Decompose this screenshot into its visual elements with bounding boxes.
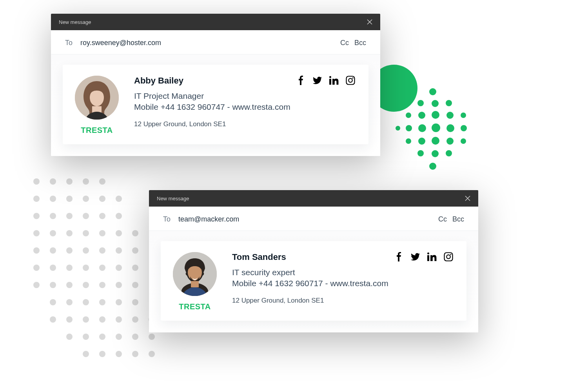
compose-window-2: New message To team@macker.com Cc Bcc bbox=[149, 190, 478, 332]
titlebar-label: New message bbox=[59, 19, 91, 25]
instagram-icon[interactable] bbox=[444, 252, 453, 261]
sig-role: IT security expert bbox=[232, 268, 453, 277]
social-icons bbox=[394, 252, 453, 261]
linkedin-icon[interactable] bbox=[427, 252, 437, 261]
bcc-button[interactable]: Bcc bbox=[452, 215, 464, 223]
to-label: To bbox=[65, 39, 73, 47]
avatar bbox=[75, 76, 119, 120]
svg-rect-8 bbox=[191, 281, 199, 287]
facebook-icon[interactable] bbox=[296, 76, 306, 85]
svg-point-11 bbox=[450, 254, 452, 255]
svg-point-4 bbox=[348, 78, 352, 82]
svg-point-10 bbox=[446, 255, 450, 259]
signature-card: TRESTA Abby Bailey IT Project Manager Mo… bbox=[63, 65, 368, 144]
cc-button[interactable]: Cc bbox=[438, 215, 447, 223]
svg-rect-3 bbox=[347, 76, 355, 85]
to-address[interactable]: roy.sweeney@hoster.com bbox=[80, 39, 335, 47]
to-address[interactable]: team@macker.com bbox=[178, 215, 433, 223]
sig-contact: Mobile +44 1632 960747 - www.tresta.com bbox=[134, 102, 355, 112]
sig-contact: Mobile +44 1632 960717 - www.tresta.com bbox=[232, 279, 453, 288]
avatar bbox=[173, 252, 217, 296]
svg-rect-9 bbox=[445, 253, 453, 261]
instagram-icon[interactable] bbox=[346, 76, 355, 85]
to-label: To bbox=[163, 215, 171, 223]
sig-role: IT Project Manager bbox=[134, 91, 355, 101]
cc-button[interactable]: Cc bbox=[340, 39, 349, 47]
compose-body[interactable]: TRESTA Abby Bailey IT Project Manager Mo… bbox=[51, 54, 380, 156]
facebook-icon[interactable] bbox=[394, 252, 404, 261]
titlebar[interactable]: New message bbox=[51, 14, 380, 30]
social-icons bbox=[296, 76, 355, 85]
bcc-button[interactable]: Bcc bbox=[354, 39, 366, 47]
signature-card: TRESTA Tom Sanders IT security expert Mo… bbox=[161, 241, 466, 321]
svg-point-5 bbox=[352, 78, 354, 79]
to-row[interactable]: To roy.sweeney@hoster.com Cc Bcc bbox=[51, 30, 380, 54]
compose-window-1: New message To roy.sweeney@hoster.com Cc… bbox=[51, 14, 380, 156]
compose-body[interactable]: TRESTA Tom Sanders IT security expert Mo… bbox=[149, 231, 478, 332]
company-logo: TRESTA bbox=[179, 302, 211, 311]
linkedin-icon[interactable] bbox=[329, 76, 339, 85]
close-icon[interactable] bbox=[465, 196, 470, 201]
sig-name: Tom Sanders bbox=[232, 252, 286, 262]
titlebar-label: New message bbox=[157, 196, 189, 201]
company-logo: TRESTA bbox=[81, 126, 113, 135]
sig-name: Abby Bailey bbox=[134, 76, 183, 86]
titlebar[interactable]: New message bbox=[149, 190, 478, 207]
sig-address: 12 Upper Ground, London SE1 bbox=[134, 120, 355, 128]
twitter-icon[interactable] bbox=[411, 252, 420, 261]
twitter-icon[interactable] bbox=[313, 76, 322, 85]
close-icon[interactable] bbox=[367, 19, 372, 25]
to-row[interactable]: To team@macker.com Cc Bcc bbox=[149, 207, 478, 231]
sig-address: 12 Upper Ground, London SE1 bbox=[232, 297, 453, 305]
